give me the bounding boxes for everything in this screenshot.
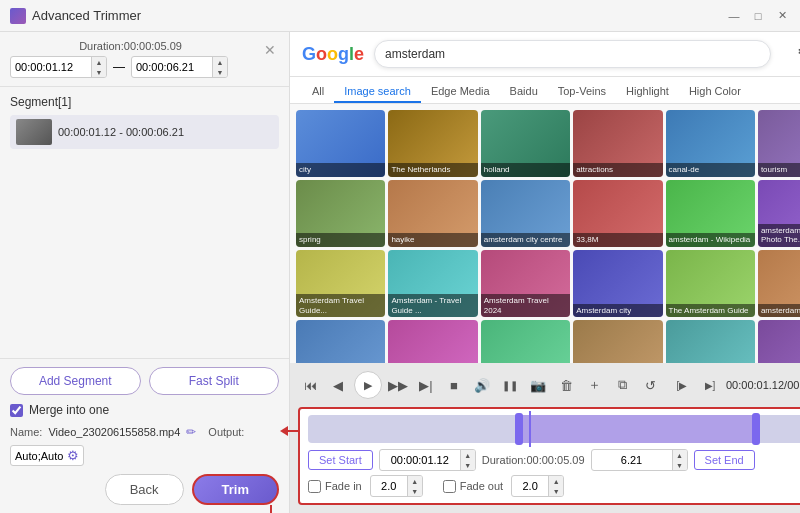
grid-item[interactable]: amsterdam streets	[758, 320, 800, 363]
tab-high-color[interactable]: High Color	[679, 81, 751, 103]
tab-edge-media[interactable]: Edge Media	[421, 81, 500, 103]
app-title: Advanced Trimmer	[32, 8, 726, 23]
grid-item[interactable]: The Netherlands	[388, 110, 477, 177]
fade-out-up[interactable]: ▲	[549, 476, 563, 486]
grid-item[interactable]: 33,8M	[573, 180, 662, 247]
snapshot-button[interactable]: 📷	[526, 373, 550, 397]
grid-item[interactable]: tourism	[758, 110, 800, 177]
stop-button[interactable]: ■	[442, 373, 466, 397]
trim-start-field[interactable]	[380, 452, 460, 468]
delete-button[interactable]: 🗑	[554, 373, 578, 397]
back-button[interactable]: Back	[105, 474, 184, 505]
close-button[interactable]: ✕	[774, 8, 790, 24]
grid-item[interactable]: Amsterdam city	[573, 250, 662, 317]
grid-item[interactable]: amsterdam city centre	[481, 180, 570, 247]
fast-split-button[interactable]: Fast Split	[149, 367, 280, 395]
timeline-handle-left[interactable]	[515, 413, 523, 445]
end-time-up[interactable]: ▲	[213, 57, 227, 67]
start-time-down[interactable]: ▼	[92, 67, 106, 77]
trim-end-time-input[interactable]: ▲ ▼	[591, 449, 688, 471]
grid-item[interactable]: amsterdam - Wikipedia	[666, 180, 755, 247]
play-button[interactable]: ▶	[354, 371, 382, 399]
search-bar[interactable]: amsterdam	[374, 40, 771, 68]
trim-button[interactable]: Trim	[192, 474, 279, 505]
left-bottom-actions: Add Segment Fast Split Merge into one Na…	[0, 358, 289, 474]
grid-item[interactable]: attractions	[573, 110, 662, 177]
end-time-input[interactable]	[132, 59, 212, 75]
clip-end-button[interactable]: ▶]	[698, 373, 722, 397]
grid-item[interactable]: Amsterdam – The Photo The ...	[481, 320, 570, 363]
trim-start-up[interactable]: ▲	[461, 450, 475, 460]
merge-checkbox[interactable]	[10, 404, 23, 417]
add-button[interactable]: ＋	[582, 373, 606, 397]
trim-start-time-input[interactable]: ▲ ▼	[379, 449, 476, 471]
add-segment-button[interactable]: Add Segment	[10, 367, 141, 395]
grid-item[interactable]: amsterdam – Last Photo The...	[758, 180, 800, 247]
start-time-up[interactable]: ▲	[92, 57, 106, 67]
set-end-button[interactable]: Set End	[694, 450, 755, 470]
tab-baidu[interactable]: Baidu	[500, 81, 548, 103]
svg-marker-3	[280, 426, 288, 436]
trim-end-field[interactable]	[592, 452, 672, 468]
grid-item-caption: amsterdam city centre	[481, 233, 570, 247]
segment-item[interactable]: 00:00:01.12 - 00:00:06.21	[10, 115, 279, 149]
grid-item[interactable]: Amsterdam Travel Guide...	[296, 250, 385, 317]
google-header: Google amsterdam ⚙ G	[290, 32, 800, 77]
start-time-input[interactable]	[11, 59, 91, 75]
output-select[interactable]: Auto;Auto ⚙	[10, 445, 84, 466]
end-time-input-box[interactable]: ▲ ▼	[131, 56, 228, 78]
close-panel-button[interactable]: ✕	[261, 40, 279, 58]
start-time-input-box[interactable]: ▲ ▼	[10, 56, 107, 78]
tab-top-veins[interactable]: Top-Veins	[548, 81, 616, 103]
grid-item[interactable]: The Amsterdam Guide	[666, 250, 755, 317]
gear-icon[interactable]: ⚙	[67, 448, 79, 463]
rotate-button[interactable]: ↺	[638, 373, 662, 397]
set-start-button[interactable]: Set Start	[308, 450, 373, 470]
forward-button[interactable]: ▶|	[414, 373, 438, 397]
grid-item[interactable]: Amsterdam - Travel Guide ...	[388, 250, 477, 317]
grid-item[interactable]: canal-de	[666, 110, 755, 177]
trim-end-down[interactable]: ▼	[673, 460, 687, 470]
skip-to-start-button[interactable]: ⏮	[298, 373, 322, 397]
fade-in-value-input[interactable]: ▲ ▼	[370, 475, 423, 497]
fast-forward-button[interactable]: ▶▶	[386, 373, 410, 397]
fade-out-down[interactable]: ▼	[549, 486, 563, 496]
mute-button[interactable]: ❚❚	[498, 373, 522, 397]
grid-item[interactable]: Amsterdam Travel 2024	[481, 250, 570, 317]
grid-item[interactable]: city	[296, 110, 385, 177]
timeline-handle-right[interactable]	[752, 413, 760, 445]
fade-out-field[interactable]	[512, 478, 548, 494]
fade-out-label: Fade out	[460, 480, 503, 492]
grid-item[interactable]: Sol Star	[388, 320, 477, 363]
grid-item[interactable]: hayike	[388, 180, 477, 247]
fade-controls: Fade in ▲ ▼ Fade out	[308, 471, 800, 497]
copy-button[interactable]: ⧉	[610, 373, 634, 397]
fade-out-checkbox[interactable]	[443, 480, 456, 493]
rewind-button[interactable]: ◀	[326, 373, 350, 397]
merge-label: Merge into one	[29, 403, 109, 417]
trim-end-up[interactable]: ▲	[673, 450, 687, 460]
tab-image-search[interactable]: Image search	[334, 81, 421, 103]
volume-button[interactable]: 🔊	[470, 373, 494, 397]
fade-out-value-input[interactable]: ▲ ▼	[511, 475, 564, 497]
tab-highlight[interactable]: Highlight	[616, 81, 679, 103]
maximize-button[interactable]: □	[750, 8, 766, 24]
grid-item[interactable]: amsterdam ...	[758, 250, 800, 317]
grid-item[interactable]: 1 Historical Canal Tour 15 ly...	[573, 320, 662, 363]
grid-item[interactable]: holland	[481, 110, 570, 177]
grid-item[interactable]: canal tour	[666, 320, 755, 363]
fade-in-up[interactable]: ▲	[408, 476, 422, 486]
edit-filename-icon[interactable]: ✏	[186, 425, 196, 439]
tab-all[interactable]: All	[302, 81, 334, 103]
fade-in-down[interactable]: ▼	[408, 486, 422, 496]
clip-start-button[interactable]: [▶	[670, 373, 694, 397]
fade-in-field[interactable]	[371, 478, 407, 494]
fade-in-checkbox[interactable]	[308, 480, 321, 493]
output-label: Output:	[208, 426, 244, 438]
minimize-button[interactable]: —	[726, 8, 742, 24]
left-panel: Duration:00:00:05.09 ▲ ▼ — ▲	[0, 32, 290, 513]
grid-item[interactable]: amsterdam canal	[296, 320, 385, 363]
trim-start-down[interactable]: ▼	[461, 460, 475, 470]
grid-item[interactable]: spring	[296, 180, 385, 247]
end-time-down[interactable]: ▼	[213, 67, 227, 77]
